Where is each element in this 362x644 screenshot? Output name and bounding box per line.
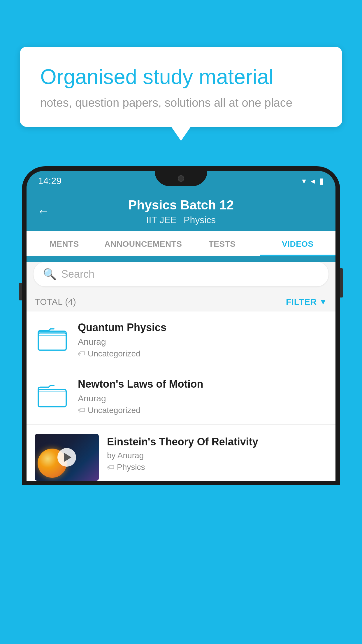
folder-icon [38, 382, 67, 408]
tag-iitjee: IIT JEE [146, 215, 177, 225]
speech-bubble: Organised study material notes, question… [20, 47, 342, 127]
phone-frame: 14:29 ▾ ◂ ▮ ← Physics Batch 12 IIT JEE P… [22, 166, 340, 644]
battery-icon: ▮ [319, 176, 324, 186]
video-info: Einstein's Theory Of Relativity by Anura… [107, 434, 327, 472]
video-thumbnail [35, 434, 99, 481]
video-info: Quantum Physics Anurag 🏷 Uncategorized [78, 321, 327, 358]
phone-screen: 14:29 ▾ ◂ ▮ ← Physics Batch 12 IIT JEE P… [27, 171, 335, 481]
header-title: Physics Batch 12 [38, 198, 324, 212]
video-author: Anurag [78, 337, 327, 347]
filter-button[interactable]: FILTER ▼ [286, 297, 327, 307]
power-button [340, 268, 343, 298]
video-list: Quantum Physics Anurag 🏷 Uncategorized [27, 312, 335, 481]
video-author: Anurag [78, 393, 327, 403]
tag-icon: 🏷 [78, 406, 85, 415]
signal-icon: ◂ [311, 176, 315, 186]
video-info: Newton's Laws of Motion Anurag 🏷 Uncateg… [78, 377, 327, 415]
list-item[interactable]: Quantum Physics Anurag 🏷 Uncategorized [27, 312, 335, 368]
filter-icon: ▼ [319, 297, 327, 307]
wifi-icon: ▾ [302, 176, 306, 186]
bubble-title: Organised study material [40, 64, 322, 89]
phone-notch [155, 171, 207, 186]
folder-icon [38, 325, 67, 351]
tag-icon: 🏷 [78, 349, 85, 358]
list-item[interactable]: Newton's Laws of Motion Anurag 🏷 Uncateg… [27, 368, 335, 425]
video-title: Quantum Physics [78, 321, 327, 335]
tab-videos[interactable]: VIDEOS [260, 231, 335, 256]
volume-button [19, 283, 22, 300]
folder-icon-wrap [35, 321, 70, 356]
video-title: Einstein's Theory Of Relativity [107, 435, 327, 449]
tab-announcements[interactable]: ANNOUNCEMENTS [102, 231, 184, 256]
search-bar[interactable]: 🔍 Search [34, 262, 328, 286]
tag-physics: Physics [184, 215, 216, 225]
tag-label: Uncategorized [88, 349, 140, 358]
video-title: Newton's Laws of Motion [78, 377, 327, 391]
filter-label: FILTER [286, 297, 317, 307]
search-icon: 🔍 [43, 268, 57, 281]
tag-icon: 🏷 [107, 463, 115, 472]
video-tag: 🏷 Uncategorized [78, 349, 327, 358]
tabs-bar: MENTS ANNOUNCEMENTS TESTS VIDEOS [27, 231, 335, 256]
folder-icon-wrap [35, 377, 70, 412]
tab-ments[interactable]: MENTS [27, 231, 102, 256]
header-tags: IIT JEE Physics [38, 215, 324, 225]
status-time: 14:29 [38, 176, 61, 186]
video-tag: 🏷 Physics [107, 463, 327, 472]
phone-outer: 14:29 ▾ ◂ ▮ ← Physics Batch 12 IIT JEE P… [22, 166, 340, 485]
play-icon [64, 453, 71, 462]
screen-content: 🔍 Search TOTAL (4) FILTER ▼ [27, 262, 335, 481]
tab-tests[interactable]: TESTS [184, 231, 260, 256]
back-button[interactable]: ← [37, 204, 50, 218]
play-button[interactable] [57, 448, 76, 467]
app-header: ← Physics Batch 12 IIT JEE Physics [27, 191, 335, 231]
video-author: by Anurag [107, 451, 327, 460]
bubble-subtitle: notes, question papers, solutions all at… [40, 96, 322, 109]
status-bar: 14:29 ▾ ◂ ▮ [27, 171, 335, 191]
tag-label: Uncategorized [88, 406, 140, 415]
filter-row: TOTAL (4) FILTER ▼ [27, 292, 335, 312]
status-icons: ▾ ◂ ▮ [302, 176, 324, 186]
tag-label: Physics [117, 463, 145, 472]
search-placeholder: Search [61, 268, 94, 280]
total-count: TOTAL (4) [35, 297, 76, 307]
list-item[interactable]: Einstein's Theory Of Relativity by Anura… [27, 425, 335, 481]
camera [178, 175, 184, 182]
video-tag: 🏷 Uncategorized [78, 406, 327, 415]
